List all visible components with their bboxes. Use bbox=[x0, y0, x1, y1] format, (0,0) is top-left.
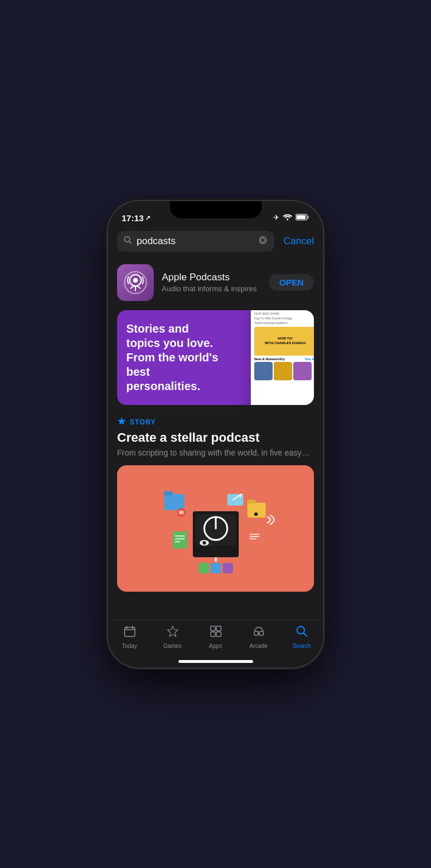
svg-rect-20 bbox=[173, 531, 187, 549]
svg-rect-17 bbox=[164, 491, 173, 496]
tab-bar: Today Games bbox=[108, 620, 323, 668]
svg-rect-48 bbox=[211, 632, 215, 636]
svg-line-54 bbox=[304, 633, 307, 636]
svg-rect-51 bbox=[259, 631, 263, 635]
tab-apps-label: Apps bbox=[209, 643, 222, 649]
search-cancel-button[interactable]: Cancel bbox=[279, 236, 314, 247]
app-result-row[interactable]: Apple Podcasts Audio that informs & insp… bbox=[117, 264, 314, 301]
story-description: From scripting to sharing with the world… bbox=[117, 447, 314, 459]
airplane-icon: ✈ bbox=[273, 213, 279, 222]
phone-mockup: Browse FEATURED SHOW How To! With Charle… bbox=[251, 310, 314, 405]
promo-headline: Stories and topics you love. From the wo… bbox=[126, 322, 224, 394]
tab-search-label: Search bbox=[293, 643, 311, 649]
svg-point-0 bbox=[287, 218, 289, 220]
svg-line-5 bbox=[129, 241, 131, 244]
story-section[interactable]: STORY Create a stellar podcast From scri… bbox=[117, 416, 314, 592]
app-name: Apple Podcasts bbox=[162, 272, 261, 283]
notch bbox=[170, 201, 262, 218]
tab-search[interactable]: Search bbox=[285, 625, 319, 649]
status-time: 17:13 ↗ bbox=[122, 213, 150, 223]
svg-rect-3 bbox=[297, 215, 306, 219]
promo-phone: Browse FEATURED SHOW How To! With Charle… bbox=[234, 310, 314, 405]
location-icon: ↗ bbox=[145, 214, 150, 222]
tab-arcade-label: Arcade bbox=[250, 643, 268, 649]
svg-rect-25 bbox=[250, 534, 259, 535]
search-input[interactable]: podcasts bbox=[137, 236, 254, 247]
content-area: Apple Podcasts Audio that informs & insp… bbox=[108, 257, 323, 620]
mockup-featured-show: HOW TO!WITH CHARLES DUHIGG bbox=[254, 327, 314, 356]
tab-arcade[interactable]: Arcade bbox=[242, 625, 276, 649]
svg-rect-50 bbox=[254, 631, 258, 635]
story-image[interactable] bbox=[117, 465, 314, 592]
svg-rect-41 bbox=[215, 557, 217, 562]
svg-rect-49 bbox=[216, 632, 221, 636]
games-icon bbox=[166, 625, 179, 641]
svg-rect-37 bbox=[223, 563, 233, 573]
svg-point-10 bbox=[133, 278, 138, 283]
story-title: Create a stellar podcast bbox=[117, 430, 314, 445]
search-bar-container: podcasts Cancel bbox=[108, 226, 323, 257]
tab-today-label: Today bbox=[122, 643, 137, 649]
svg-rect-2 bbox=[308, 215, 309, 218]
story-label: STORY bbox=[117, 416, 314, 428]
promo-text: Stories and topics you love. From the wo… bbox=[117, 310, 234, 405]
svg-rect-35 bbox=[199, 563, 209, 573]
app-info: Apple Podcasts Audio that informs & insp… bbox=[162, 272, 261, 293]
wifi-icon bbox=[283, 213, 292, 223]
svg-rect-26 bbox=[250, 536, 259, 537]
svg-rect-16 bbox=[164, 494, 184, 510]
today-icon bbox=[123, 625, 136, 641]
home-indicator bbox=[178, 660, 253, 663]
svg-rect-46 bbox=[211, 626, 215, 631]
svg-rect-27 bbox=[250, 538, 257, 539]
search-bar[interactable]: podcasts bbox=[117, 231, 274, 252]
status-icons: ✈ bbox=[273, 213, 309, 223]
promo-banner[interactable]: Stories and topics you love. From the wo… bbox=[117, 310, 314, 405]
svg-rect-29 bbox=[179, 511, 184, 514]
story-app-icon bbox=[117, 416, 126, 428]
time-display: 17:13 bbox=[122, 213, 143, 223]
svg-rect-47 bbox=[216, 626, 221, 631]
search-magnifier-icon bbox=[124, 236, 132, 246]
apps-icon bbox=[209, 625, 222, 641]
open-app-button[interactable]: OPEN bbox=[269, 274, 314, 291]
battery-icon bbox=[296, 213, 309, 223]
search-tab-icon bbox=[296, 625, 308, 641]
tab-today[interactable]: Today bbox=[112, 625, 147, 649]
tab-apps[interactable]: Apps bbox=[199, 625, 233, 649]
app-icon-podcasts bbox=[117, 264, 154, 301]
svg-rect-36 bbox=[211, 563, 221, 573]
story-tag-label: STORY bbox=[130, 418, 156, 426]
search-clear-icon[interactable] bbox=[258, 236, 267, 247]
tab-games[interactable]: Games bbox=[156, 625, 190, 649]
tab-games-label: Games bbox=[163, 643, 181, 649]
phone-frame: 17:13 ↗ ✈ bbox=[108, 201, 323, 668]
svg-rect-19 bbox=[247, 500, 255, 504]
arcade-icon bbox=[253, 625, 265, 641]
story-illustration bbox=[117, 465, 314, 592]
app-subtitle: Audio that informs & inspires bbox=[162, 284, 261, 293]
svg-point-39 bbox=[203, 541, 206, 545]
svg-rect-42 bbox=[125, 627, 135, 636]
screen: 17:13 ↗ ✈ bbox=[108, 201, 323, 668]
svg-point-32 bbox=[254, 512, 258, 516]
podcasts-logo bbox=[124, 271, 147, 294]
